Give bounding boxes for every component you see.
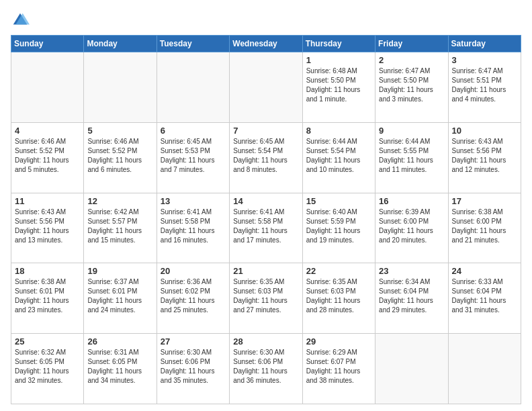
day-number: 17 — [452, 196, 517, 206]
day-number: 28 — [233, 336, 298, 347]
day-info: Sunrise: 6:29 AM Sunset: 6:07 PM Dayligh… — [306, 348, 371, 385]
day-number: 16 — [379, 196, 444, 206]
day-cell — [230, 52, 302, 123]
weekday-header-wednesday: Wednesday — [230, 36, 302, 52]
day-cell: 16Sunrise: 6:39 AM Sunset: 6:00 PM Dayli… — [375, 193, 448, 263]
day-number: 24 — [452, 266, 517, 276]
day-info: Sunrise: 6:41 AM Sunset: 5:58 PM Dayligh… — [161, 208, 226, 245]
day-number: 29 — [306, 336, 371, 347]
day-number: 1 — [306, 55, 371, 65]
day-info: Sunrise: 6:43 AM Sunset: 5:56 PM Dayligh… — [452, 137, 517, 175]
day-cell: 17Sunrise: 6:38 AM Sunset: 6:00 PM Dayli… — [448, 193, 521, 263]
day-cell: 22Sunrise: 6:35 AM Sunset: 6:03 PM Dayli… — [302, 263, 375, 334]
day-info: Sunrise: 6:39 AM Sunset: 6:00 PM Dayligh… — [379, 208, 444, 245]
day-number: 11 — [15, 196, 80, 206]
day-info: Sunrise: 6:34 AM Sunset: 6:04 PM Dayligh… — [379, 277, 444, 315]
day-cell: 9Sunrise: 6:44 AM Sunset: 5:55 PM Daylig… — [375, 122, 448, 193]
day-number: 22 — [306, 266, 371, 276]
day-number: 12 — [87, 196, 152, 206]
day-info: Sunrise: 6:48 AM Sunset: 5:50 PM Dayligh… — [306, 66, 371, 104]
day-number: 8 — [306, 126, 371, 136]
week-row-4: 25Sunrise: 6:32 AM Sunset: 6:05 PM Dayli… — [11, 334, 521, 404]
weekday-header-saturday: Saturday — [448, 36, 521, 52]
day-info: Sunrise: 6:32 AM Sunset: 6:05 PM Dayligh… — [15, 348, 80, 385]
day-cell: 19Sunrise: 6:37 AM Sunset: 6:01 PM Dayli… — [84, 263, 157, 334]
day-number: 5 — [87, 126, 152, 136]
day-cell: 8Sunrise: 6:44 AM Sunset: 5:54 PM Daylig… — [302, 122, 375, 193]
day-cell: 26Sunrise: 6:31 AM Sunset: 6:05 PM Dayli… — [84, 334, 157, 404]
day-info: Sunrise: 6:31 AM Sunset: 6:05 PM Dayligh… — [87, 348, 152, 385]
day-cell: 28Sunrise: 6:30 AM Sunset: 6:06 PM Dayli… — [230, 334, 302, 404]
day-info: Sunrise: 6:42 AM Sunset: 5:57 PM Dayligh… — [87, 208, 152, 245]
day-number: 20 — [161, 266, 226, 276]
day-cell: 5Sunrise: 6:46 AM Sunset: 5:52 PM Daylig… — [84, 122, 157, 193]
day-info: Sunrise: 6:30 AM Sunset: 6:06 PM Dayligh… — [233, 348, 298, 385]
day-number: 21 — [233, 266, 298, 276]
day-info: Sunrise: 6:47 AM Sunset: 5:50 PM Dayligh… — [379, 66, 444, 104]
day-cell: 24Sunrise: 6:33 AM Sunset: 6:04 PM Dayli… — [448, 263, 521, 334]
day-cell: 10Sunrise: 6:43 AM Sunset: 5:56 PM Dayli… — [448, 122, 521, 193]
weekday-header-thursday: Thursday — [302, 36, 375, 52]
day-cell: 15Sunrise: 6:40 AM Sunset: 5:59 PM Dayli… — [302, 193, 375, 263]
day-info: Sunrise: 6:36 AM Sunset: 6:02 PM Dayligh… — [161, 277, 226, 315]
day-info: Sunrise: 6:44 AM Sunset: 5:54 PM Dayligh… — [306, 137, 371, 175]
day-cell: 18Sunrise: 6:38 AM Sunset: 6:01 PM Dayli… — [11, 263, 84, 334]
day-cell: 29Sunrise: 6:29 AM Sunset: 6:07 PM Dayli… — [302, 334, 375, 404]
day-cell: 21Sunrise: 6:35 AM Sunset: 6:03 PM Dayli… — [230, 263, 302, 334]
day-number: 3 — [452, 55, 517, 65]
week-row-2: 11Sunrise: 6:43 AM Sunset: 5:56 PM Dayli… — [11, 193, 521, 263]
week-row-1: 4Sunrise: 6:46 AM Sunset: 5:52 PM Daylig… — [11, 122, 521, 193]
day-info: Sunrise: 6:45 AM Sunset: 5:53 PM Dayligh… — [161, 137, 226, 175]
day-cell — [157, 52, 229, 123]
day-info: Sunrise: 6:38 AM Sunset: 6:01 PM Dayligh… — [15, 277, 80, 315]
day-number: 7 — [233, 126, 298, 136]
calendar-body: 1Sunrise: 6:48 AM Sunset: 5:50 PM Daylig… — [11, 52, 521, 404]
day-info: Sunrise: 6:41 AM Sunset: 5:58 PM Dayligh… — [233, 208, 298, 245]
day-number: 10 — [452, 126, 517, 136]
day-cell: 7Sunrise: 6:45 AM Sunset: 5:54 PM Daylig… — [230, 122, 302, 193]
day-cell: 1Sunrise: 6:48 AM Sunset: 5:50 PM Daylig… — [302, 52, 375, 123]
day-cell: 23Sunrise: 6:34 AM Sunset: 6:04 PM Dayli… — [375, 263, 448, 334]
day-cell — [11, 52, 84, 123]
day-number: 27 — [161, 336, 226, 347]
header — [11, 11, 521, 30]
day-info: Sunrise: 6:35 AM Sunset: 6:03 PM Dayligh… — [233, 277, 298, 315]
calendar-header: SundayMondayTuesdayWednesdayThursdayFrid… — [11, 36, 521, 52]
day-number: 19 — [87, 266, 152, 276]
day-number: 6 — [161, 126, 226, 136]
day-info: Sunrise: 6:30 AM Sunset: 6:06 PM Dayligh… — [161, 348, 226, 385]
day-number: 9 — [379, 126, 444, 136]
day-cell — [375, 334, 448, 404]
day-info: Sunrise: 6:38 AM Sunset: 6:00 PM Dayligh… — [452, 208, 517, 245]
day-cell: 12Sunrise: 6:42 AM Sunset: 5:57 PM Dayli… — [84, 193, 157, 263]
day-number: 14 — [233, 196, 298, 206]
day-cell: 11Sunrise: 6:43 AM Sunset: 5:56 PM Dayli… — [11, 193, 84, 263]
day-number: 25 — [15, 336, 80, 347]
day-cell: 3Sunrise: 6:47 AM Sunset: 5:51 PM Daylig… — [448, 52, 521, 123]
weekday-header-monday: Monday — [84, 36, 157, 52]
day-cell: 25Sunrise: 6:32 AM Sunset: 6:05 PM Dayli… — [11, 334, 84, 404]
day-info: Sunrise: 6:43 AM Sunset: 5:56 PM Dayligh… — [15, 208, 80, 245]
weekday-header-friday: Friday — [375, 36, 448, 52]
day-info: Sunrise: 6:45 AM Sunset: 5:54 PM Dayligh… — [233, 137, 298, 175]
logo-icon — [11, 11, 30, 30]
day-cell: 20Sunrise: 6:36 AM Sunset: 6:02 PM Dayli… — [157, 263, 229, 334]
day-cell: 14Sunrise: 6:41 AM Sunset: 5:58 PM Dayli… — [230, 193, 302, 263]
day-info: Sunrise: 6:35 AM Sunset: 6:03 PM Dayligh… — [306, 277, 371, 315]
page: SundayMondayTuesdayWednesdayThursdayFrid… — [0, 0, 532, 411]
day-cell: 4Sunrise: 6:46 AM Sunset: 5:52 PM Daylig… — [11, 122, 84, 193]
day-number: 26 — [87, 336, 152, 347]
day-number: 18 — [15, 266, 80, 276]
day-cell — [84, 52, 157, 123]
weekday-row: SundayMondayTuesdayWednesdayThursdayFrid… — [11, 36, 521, 52]
week-row-3: 18Sunrise: 6:38 AM Sunset: 6:01 PM Dayli… — [11, 263, 521, 334]
day-number: 13 — [161, 196, 226, 206]
week-row-0: 1Sunrise: 6:48 AM Sunset: 5:50 PM Daylig… — [11, 52, 521, 123]
day-number: 4 — [15, 126, 80, 136]
day-info: Sunrise: 6:47 AM Sunset: 5:51 PM Dayligh… — [452, 66, 517, 104]
day-number: 2 — [379, 55, 444, 65]
day-cell: 13Sunrise: 6:41 AM Sunset: 5:58 PM Dayli… — [157, 193, 229, 263]
day-number: 15 — [306, 196, 371, 206]
day-info: Sunrise: 6:33 AM Sunset: 6:04 PM Dayligh… — [452, 277, 517, 315]
weekday-header-sunday: Sunday — [11, 36, 84, 52]
